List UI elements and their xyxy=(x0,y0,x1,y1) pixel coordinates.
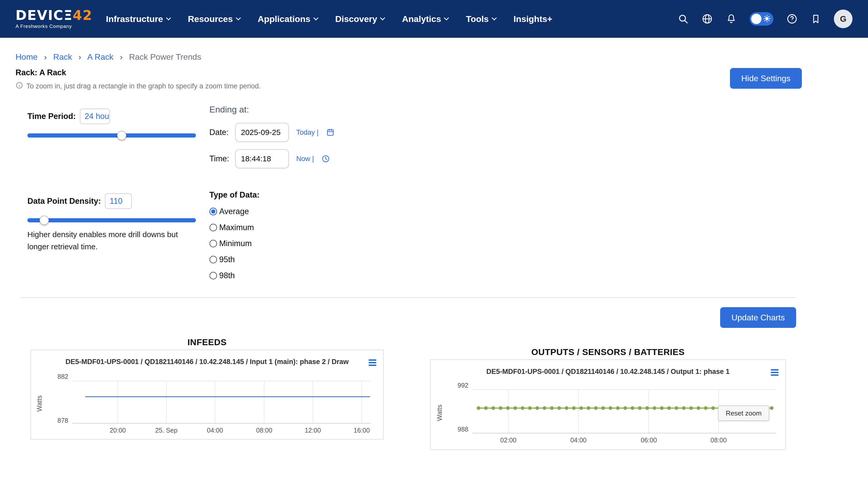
menu-tools[interactable]: Tools xyxy=(466,14,496,24)
zoom-hint: To zoom in, just drag a rectangle in the… xyxy=(15,81,261,91)
menu-label: Analytics xyxy=(402,14,441,24)
x-axis-ticks: 02:00 04:00 06:00 08:00 xyxy=(472,436,776,445)
update-charts-button[interactable]: Update Charts xyxy=(720,307,796,328)
radio-98th[interactable]: 98th xyxy=(209,271,259,280)
navbar-actions: G xyxy=(678,10,853,28)
breadcrumb: Home › Rack › A Rack › Rack Power Trends xyxy=(15,52,853,62)
chevron-down-icon xyxy=(444,15,449,21)
x-tick: 20:00 xyxy=(110,427,126,434)
menu-insights[interactable]: Insights+ xyxy=(513,14,552,24)
radio-label: 98th xyxy=(219,271,235,280)
page-title: Rack: A Rack xyxy=(15,68,261,77)
x-tick: 08:00 xyxy=(711,436,727,444)
settings-divider xyxy=(21,297,796,298)
calendar-icon[interactable] xyxy=(326,128,335,137)
menu-label: Discovery xyxy=(335,14,377,24)
x-tick: 04:00 xyxy=(570,436,587,444)
chevron-down-icon xyxy=(236,15,241,21)
time-label: Time: xyxy=(209,154,231,163)
radio-button-icon[interactable] xyxy=(209,224,217,232)
chevron-down-icon xyxy=(313,15,319,21)
settings-panel: Time Period: 24 hours Ending at: Date: 2… xyxy=(0,104,868,297)
breadcrumb-current: Rack Power Trends xyxy=(129,52,201,62)
chart-menu-icon[interactable] xyxy=(771,369,778,377)
time-period-label: Time Period: xyxy=(27,112,76,121)
time-input[interactable]: 18:44:18 xyxy=(235,149,289,168)
density-slider-handle[interactable] xyxy=(40,215,49,225)
x-tick: 25. Sep xyxy=(155,427,177,434)
breadcrumb-home[interactable]: Home xyxy=(15,52,38,62)
time-period-setting: Time Period: 24 hours xyxy=(27,109,196,137)
radio-average[interactable]: Average xyxy=(209,207,259,216)
info-icon xyxy=(15,81,23,91)
y-tick: 878 xyxy=(45,417,68,424)
logo-e-glyph: Ξ xyxy=(64,8,72,23)
type-of-data-setting: Type of Data: Average Maximum Minimum 95… xyxy=(209,190,259,287)
chart-plot-area[interactable] xyxy=(72,381,371,423)
time-period-slider[interactable] xyxy=(27,133,196,137)
x-tick: 02:00 xyxy=(500,436,517,444)
update-charts-row: Update Charts xyxy=(0,307,796,328)
chevron-down-icon xyxy=(166,15,171,21)
menu-applications[interactable]: Applications xyxy=(258,14,318,24)
menu-analytics[interactable]: Analytics xyxy=(402,14,448,24)
page-header-text: Rack: A Rack To zoom in, just drag a rec… xyxy=(15,68,261,91)
radio-label: Average xyxy=(219,207,249,216)
radio-button-icon[interactable] xyxy=(209,256,217,263)
page-header: Rack: A Rack To zoom in, just drag a rec… xyxy=(15,68,802,91)
chevron-down-icon xyxy=(380,15,385,21)
radio-button-icon[interactable] xyxy=(209,240,217,247)
radio-label: Maximum xyxy=(219,223,254,232)
radio-button-icon[interactable] xyxy=(209,208,217,215)
density-label: Data Point Density: xyxy=(27,197,101,206)
theme-toggle[interactable] xyxy=(750,12,773,26)
breadcrumb-separator: › xyxy=(44,52,47,62)
sun-icon xyxy=(763,15,771,23)
infeeds-chart-title: DE5-MDF01-UPS-0001 / QD1821140146 / 10.4… xyxy=(54,358,360,366)
radio-95th[interactable]: 95th xyxy=(209,255,259,264)
breadcrumb-separator: › xyxy=(79,52,81,62)
menu-resources[interactable]: Resources xyxy=(188,14,240,24)
today-link[interactable]: Today | xyxy=(296,129,319,136)
top-navbar: DEVICΞ42 A Freshworks Company Infrastruc… xyxy=(0,0,868,38)
date-label: Date: xyxy=(209,128,231,137)
avatar[interactable]: G xyxy=(834,10,853,28)
radio-minimum[interactable]: Minimum xyxy=(209,239,259,248)
density-note: Higher density enables more drill downs … xyxy=(27,228,199,253)
breadcrumb-rack[interactable]: Rack xyxy=(53,52,72,62)
bell-icon[interactable] xyxy=(726,13,737,24)
logo-wordmark: DEVICΞ42 xyxy=(15,9,93,22)
charts-section: INFEEDS DE5-MDF01-UPS-0001 / QD182114014… xyxy=(0,333,868,462)
bookmark-icon[interactable] xyxy=(811,14,821,24)
device42-logo[interactable]: DEVICΞ42 A Freshworks Company xyxy=(15,9,93,29)
radio-button-icon[interactable] xyxy=(209,272,217,279)
outputs-chart-title: DE5-MDF01-UPS-0001 / QD1821140146 / 10.4… xyxy=(454,368,762,376)
density-input[interactable]: 110 xyxy=(105,193,132,209)
ending-at-heading: Ending at: xyxy=(209,104,335,115)
density-slider[interactable] xyxy=(27,218,196,222)
breadcrumb-a-rack[interactable]: A Rack xyxy=(87,52,113,62)
help-icon[interactable] xyxy=(786,13,798,25)
density-setting: Data Point Density: 110 Higher density e… xyxy=(27,193,199,253)
reset-zoom-button[interactable]: Reset zoom xyxy=(718,405,769,421)
time-period-input[interactable]: 24 hours xyxy=(80,109,110,124)
time-period-slider-handle[interactable] xyxy=(117,131,126,140)
date-input[interactable]: 2025-09-25 xyxy=(235,123,289,142)
x-tick: 08:00 xyxy=(256,427,272,434)
now-link[interactable]: Now | xyxy=(296,155,314,163)
globe-icon[interactable] xyxy=(702,13,713,25)
hide-settings-button[interactable]: Hide Settings xyxy=(730,68,802,89)
x-tick: 06:00 xyxy=(641,436,657,444)
x-tick: 12:00 xyxy=(305,427,321,434)
x-axis-ticks: 20:00 25. Sep 04:00 08:00 12:00 16:00 xyxy=(72,427,371,435)
menu-infrastructure[interactable]: Infrastructure xyxy=(106,14,170,24)
toggle-knob-icon xyxy=(751,14,761,24)
radio-maximum[interactable]: Maximum xyxy=(209,223,259,232)
chart-menu-icon[interactable] xyxy=(369,359,376,367)
clock-icon[interactable] xyxy=(321,154,330,163)
search-icon[interactable] xyxy=(678,13,689,24)
menu-discovery[interactable]: Discovery xyxy=(335,14,385,24)
outputs-chart: DE5-MDF01-UPS-0001 / QD1821140146 / 10.4… xyxy=(430,359,786,450)
x-tick: 16:00 xyxy=(353,427,370,434)
infeeds-heading: INFEEDS xyxy=(30,337,384,347)
